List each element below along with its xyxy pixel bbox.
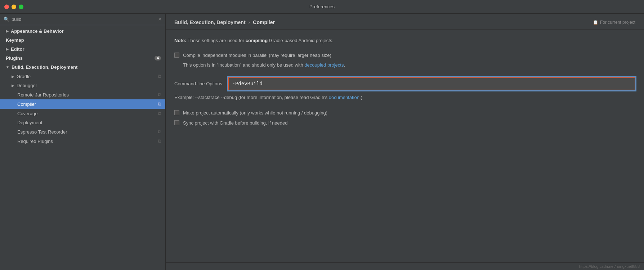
- copy-icon: ⧉: [158, 101, 161, 107]
- sidebar-item-coverage[interactable]: Coverage ⧉: [0, 109, 165, 118]
- sync-checkbox[interactable]: [174, 120, 179, 125]
- sidebar-item-remote-jar-repositories[interactable]: Remote Jar Repositories ⧉: [0, 90, 165, 99]
- status-url: https://blog.csdn.net/hongxue8888: [579, 264, 640, 269]
- sidebar-item-label: Debugger: [17, 83, 37, 88]
- copy-icon: ⧉: [158, 111, 161, 116]
- sidebar-item-label: Compiler: [17, 102, 36, 107]
- title-bar: Preferences: [0, 0, 644, 14]
- copy-icon: ⧉: [158, 92, 161, 98]
- sidebar-items-list: ▶ Appearance & Behavior Keymap ▶ Editor …: [0, 25, 165, 270]
- command-input-wrapper: [228, 77, 635, 90]
- sidebar-item-required-plugins[interactable]: Required Plugins ⧉: [0, 136, 165, 146]
- arrow-icon: ▶: [6, 47, 9, 51]
- parallel-option-note: This option is in "incubation" and shoul…: [183, 62, 635, 69]
- content-body: Note: These settings are used for compil…: [166, 30, 644, 262]
- sidebar-item-label: Appearance & Behavior: [11, 28, 64, 34]
- content-panel: Build, Execution, Deployment › Compiler …: [166, 14, 644, 270]
- sidebar-item-deployment[interactable]: Deployment: [0, 118, 165, 127]
- documentation-link[interactable]: documentation: [329, 95, 359, 100]
- command-line-input[interactable]: [228, 77, 635, 90]
- make-option-label: Make project automatically (only works w…: [183, 109, 327, 117]
- sidebar-item-label: Coverage: [17, 111, 37, 116]
- note-bold: compiling: [246, 38, 268, 43]
- arrow-icon: ▶: [12, 84, 14, 87]
- sidebar-item-label: Gradle: [17, 74, 31, 79]
- status-bar: https://blog.csdn.net/hongxue8888: [166, 262, 644, 270]
- copy-icon: ⧉: [158, 129, 161, 135]
- sidebar-item-build-execution-deployment[interactable]: ▼ Build, Execution, Deployment: [0, 63, 165, 72]
- options-section: Make project automatically (only works w…: [174, 109, 635, 126]
- breadcrumb: Build, Execution, Deployment › Compiler: [174, 19, 275, 25]
- sidebar-item-label: Plugins: [6, 55, 23, 61]
- parallel-option-row: Compile independent modules in parallel …: [174, 52, 635, 59]
- window-title: Preferences: [309, 4, 335, 9]
- copy-icon: ⧉: [158, 138, 161, 144]
- maximize-button[interactable]: [19, 4, 23, 9]
- sync-option-label: Sync project with Gradle before building…: [183, 120, 288, 127]
- parallel-option-label: Compile independent modules in parallel …: [183, 52, 331, 59]
- note-text-main: These settings are used for: [186, 38, 246, 43]
- sidebar-item-espresso-test-recorder[interactable]: Espresso Test Recorder ⧉: [0, 127, 165, 136]
- search-input[interactable]: [12, 17, 156, 22]
- copy-icon: ⧉: [158, 73, 161, 79]
- search-bar: 🔍 ✕: [0, 14, 165, 25]
- sync-option-row: Sync project with Gradle before building…: [174, 120, 635, 127]
- note-suffix: Gradle-based Android projects.: [268, 38, 334, 43]
- arrow-icon: ▶: [12, 75, 14, 78]
- sidebar: 🔍 ✕ ▶ Appearance & Behavior Keymap ▶ Edi…: [0, 14, 166, 270]
- sidebar-item-editor[interactable]: ▶ Editor: [0, 45, 165, 54]
- note-prefix: Note:: [174, 38, 186, 43]
- parallel-checkbox[interactable]: [174, 53, 179, 58]
- sidebar-item-compiler[interactable]: Compiler ⧉: [0, 99, 165, 109]
- sidebar-item-label: Build, Execution, Deployment: [12, 64, 77, 70]
- command-line-label: Command-line Options:: [174, 81, 224, 86]
- close-button[interactable]: [4, 4, 9, 9]
- sidebar-item-gradle[interactable]: ▶ Gradle ⧉: [0, 72, 165, 81]
- example-text: Example: --stacktrace --debug (for more …: [174, 94, 635, 101]
- example-prefix: Example: --stacktrace --debug (for more …: [174, 95, 329, 100]
- note-text: Note: These settings are used for compil…: [174, 37, 635, 45]
- make-checkbox[interactable]: [174, 110, 179, 115]
- content-header: Build, Execution, Deployment › Compiler …: [166, 14, 644, 30]
- make-option-row: Make project automatically (only works w…: [174, 109, 635, 117]
- plugins-badge: 4: [155, 56, 161, 60]
- main-container: 🔍 ✕ ▶ Appearance & Behavior Keymap ▶ Edi…: [0, 14, 644, 270]
- for-current-project: 📋 For current project: [593, 20, 635, 25]
- sidebar-item-label: Editor: [11, 46, 24, 52]
- breadcrumb-current: Compiler: [253, 19, 275, 25]
- search-icon: 🔍: [4, 17, 9, 22]
- sidebar-item-debugger[interactable]: ▶ Debugger: [0, 81, 165, 90]
- minimize-button[interactable]: [12, 4, 16, 9]
- example-suffix: .): [359, 95, 362, 100]
- parallel-note-prefix: This option is in "incubation" and shoul…: [183, 62, 304, 68]
- sidebar-item-keymap[interactable]: Keymap: [0, 36, 165, 45]
- sidebar-item-label: Remote Jar Repositories: [17, 92, 69, 98]
- parallel-note-suffix: .: [344, 62, 345, 68]
- sidebar-item-label: Keymap: [6, 37, 24, 43]
- sidebar-item-label: Required Plugins: [17, 139, 53, 144]
- arrow-icon: ▼: [6, 65, 9, 69]
- search-clear-icon[interactable]: ✕: [158, 17, 162, 22]
- arrow-icon: ▶: [6, 29, 9, 33]
- for-project-label: For current project: [600, 20, 635, 25]
- project-icon: 📋: [593, 20, 598, 25]
- breadcrumb-parent: Build, Execution, Deployment: [174, 19, 246, 25]
- sidebar-item-label: Deployment: [17, 120, 42, 125]
- command-line-row: Command-line Options:: [174, 77, 635, 90]
- sidebar-item-label: Espresso Test Recorder: [17, 129, 67, 135]
- decoupled-projects-link[interactable]: decoupled projects: [304, 62, 344, 68]
- traffic-lights: [4, 4, 23, 9]
- breadcrumb-separator: ›: [249, 19, 250, 25]
- sidebar-item-appearance-behavior[interactable]: ▶ Appearance & Behavior: [0, 27, 165, 36]
- sidebar-item-plugins[interactable]: Plugins 4: [0, 54, 165, 63]
